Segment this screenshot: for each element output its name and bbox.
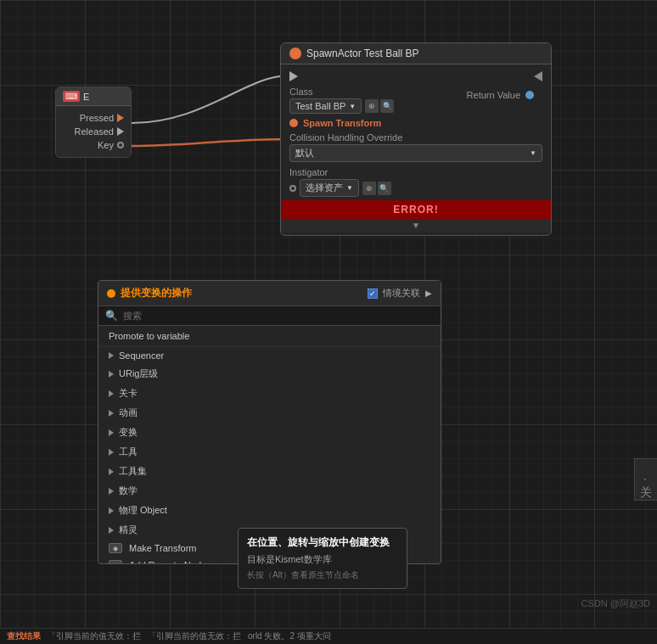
- pressed-pin-arrow: [117, 114, 124, 122]
- category-triangle-toolkit: [109, 468, 114, 475]
- category-physics[interactable]: 物理 Object: [98, 501, 441, 520]
- spawn-node-header: SpawnActor Test Ball BP: [281, 43, 551, 64]
- spawn-transform-label: Spawn Transform: [303, 118, 381, 128]
- category-label-level: 关卡: [119, 387, 138, 400]
- instigator-pin[interactable]: [289, 185, 296, 192]
- context-menu-panel: 提供变换的操作 ✓ 情境关联 ▶ 🔍 Promote to variable S…: [98, 280, 441, 564]
- exec-out-pin[interactable]: [534, 71, 542, 81]
- pressed-label: Pressed: [80, 113, 114, 123]
- category-triangle-sprite: [109, 527, 114, 534]
- spawn-transform-circle: [289, 119, 298, 127]
- return-value-pin[interactable]: [525, 91, 534, 99]
- instigator-value: 选择资产: [306, 182, 343, 194]
- class-dropdown-arrow: ▼: [349, 103, 356, 110]
- search-icon: 🔍: [105, 310, 118, 322]
- category-label-anim: 动画: [119, 406, 138, 419]
- collision-dropdown-arrow: ▼: [530, 149, 536, 157]
- key-label: Key: [98, 140, 114, 150]
- category-label-toolkit: 工具集: [119, 465, 147, 478]
- collision-dropdown[interactable]: 默认 ▼: [289, 144, 542, 162]
- log-find-results: 查找结果: [7, 630, 41, 642]
- category-label: Sequencer: [119, 350, 164, 361]
- category-label-math: 数学: [119, 484, 138, 497]
- side-label: 关·: [634, 458, 657, 501]
- category-triangle-urig: [109, 371, 114, 378]
- tooltip-hint: 长按（Alt）查看原生节点命名: [247, 569, 398, 581]
- log-entry-2: 「引脚当前的值无效：拦: [148, 630, 241, 642]
- category-label-urig: URig层级: [119, 367, 158, 380]
- released-pin-arrow: [117, 127, 124, 136]
- instigator-add-icon[interactable]: ⊕: [362, 182, 376, 195]
- released-label: Released: [75, 126, 114, 137]
- category-toolkit[interactable]: 工具集: [98, 462, 441, 481]
- pressed-pin[interactable]: Pressed: [56, 111, 131, 125]
- key-node-title: E: [83, 92, 89, 102]
- expand-button[interactable]: ▼: [281, 219, 551, 232]
- category-sequencer[interactable]: Sequencer: [98, 347, 441, 364]
- tooltip-box: 在位置、旋转与缩放中创建变换 目标是Kismet数学库 长按（Alt）查看原生节…: [238, 528, 407, 589]
- category-math[interactable]: 数学: [98, 481, 441, 501]
- make-transform-icon: ◆: [109, 543, 122, 553]
- filter-label: 情境关联: [383, 287, 420, 300]
- category-anim[interactable]: 动画: [98, 403, 441, 423]
- category-triangle-level: [109, 390, 114, 397]
- collision-section: Collision Handling Override 默认 ▼: [281, 131, 551, 165]
- make-transform-label: Make Transform: [129, 543, 196, 553]
- category-urig[interactable]: URig层级: [98, 364, 441, 384]
- context-dot: [107, 289, 115, 298]
- category-label-physics: 物理 Object: [119, 504, 167, 517]
- category-triangle: [109, 352, 114, 359]
- spawn-node-icon: [289, 48, 301, 59]
- spawn-transform-pin[interactable]: Spawn Transform: [281, 115, 551, 131]
- context-title: 提供变换的操作: [121, 286, 192, 300]
- exec-in-pin[interactable]: [289, 71, 298, 81]
- filter-checkbox[interactable]: ✓: [368, 288, 378, 299]
- class-browse-icon[interactable]: 🔍: [380, 99, 394, 113]
- class-field-icons: ⊕ 🔍: [365, 99, 394, 113]
- error-bar: ERROR!: [281, 200, 551, 219]
- key-node-header: ⌨ E: [56, 87, 131, 106]
- key-pin[interactable]: Key: [56, 138, 131, 152]
- category-transform[interactable]: 变换: [98, 423, 441, 442]
- log-bar: 查找结果 「引脚当前的值无效：拦 「引脚当前的值无效：拦 orld 失败。2 项…: [0, 628, 657, 644]
- instigator-search-icon[interactable]: 🔍: [378, 182, 391, 195]
- spawn-node-title: SpawnActor Test Ball BP: [306, 48, 419, 59]
- tooltip-title: 在位置、旋转与缩放中创建变换: [247, 535, 398, 550]
- keyboard-icon: ⌨: [63, 91, 80, 102]
- key-node: ⌨ E Pressed Released Key: [55, 87, 132, 158]
- category-level[interactable]: 关卡: [98, 384, 441, 403]
- tooltip-desc: 目标是Kismet数学库: [247, 553, 398, 566]
- csdn-watermark: CSDN @阿赵3D: [581, 597, 650, 610]
- search-box: 🔍: [98, 306, 441, 326]
- exec-pins-row: [281, 68, 551, 85]
- context-menu-header: 提供变换的操作 ✓ 情境关联 ▶: [98, 281, 441, 306]
- search-input[interactable]: [123, 311, 434, 321]
- category-label-sprite: 精灵: [119, 524, 138, 536]
- class-section: Class Test Ball BP ▼ ⊕ 🔍: [289, 87, 394, 114]
- category-label-transform: 变换: [119, 426, 138, 439]
- key-node-body: Pressed Released Key: [56, 106, 131, 157]
- instigator-dropdown[interactable]: 选择资产 ▼: [300, 179, 359, 197]
- filter-arrow[interactable]: ▶: [425, 288, 432, 298]
- category-triangle-anim: [109, 410, 114, 417]
- promote-to-variable[interactable]: Promote to variable: [98, 326, 441, 347]
- key-pin-circle: [117, 142, 124, 148]
- return-value-section: Return Value: [458, 87, 542, 104]
- instigator-icons: ⊕ 🔍: [362, 182, 391, 195]
- spawn-actor-node: SpawnActor Test Ball BP Class Test Ball …: [280, 42, 552, 236]
- log-entry-1: 「引脚当前的值无效：拦: [48, 630, 141, 642]
- context-filter[interactable]: ✓ 情境关联 ▶: [368, 287, 432, 300]
- released-pin[interactable]: Released: [56, 125, 131, 138]
- return-value-label: Return Value: [467, 90, 520, 100]
- category-tools[interactable]: 工具: [98, 442, 441, 462]
- category-triangle-tools: [109, 449, 114, 456]
- instigator-section: Instigator 选择资产 ▼ ⊕ 🔍: [281, 165, 551, 200]
- instigator-dropdown-arrow: ▼: [346, 184, 353, 192]
- class-search-icon[interactable]: ⊕: [365, 99, 379, 113]
- spawn-node-body: Class Test Ball BP ▼ ⊕ 🔍 Return Value: [281, 64, 551, 235]
- category-triangle-math: [109, 488, 114, 495]
- category-triangle-transform: [109, 429, 114, 436]
- add-reroute-icon: □: [109, 560, 122, 563]
- class-dropdown[interactable]: Test Ball BP ▼: [289, 98, 362, 114]
- category-triangle-physics: [109, 507, 114, 514]
